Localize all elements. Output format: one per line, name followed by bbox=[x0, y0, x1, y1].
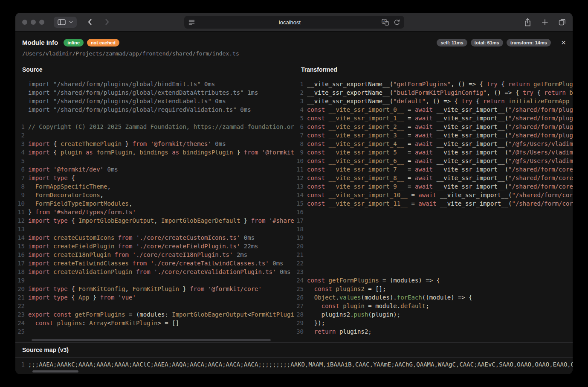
code-line: 22 bbox=[294, 259, 573, 268]
sourcemap-scrollbar-track bbox=[15, 369, 573, 374]
code-line: 14const __vite_ssr_import_10__ = await _… bbox=[294, 191, 573, 199]
code-line: 17 bbox=[294, 216, 573, 225]
code-line: 6import '@formkit/dev' 0ms bbox=[15, 165, 294, 174]
chevron-down-icon bbox=[69, 21, 73, 23]
code-line: 1// Copyright (C) 2012-2025 Zammad Found… bbox=[15, 122, 294, 131]
translate-icon[interactable]: A bbox=[382, 19, 389, 26]
tab-overview-icon bbox=[559, 18, 566, 26]
sourcemap-scrollbar-thumb[interactable] bbox=[32, 370, 78, 372]
source-horizontal-scrollbar[interactable] bbox=[32, 339, 271, 341]
code-line: 11const __vite_ssr_import_7__ = await __… bbox=[294, 165, 573, 174]
code-line: 20 bbox=[294, 242, 573, 250]
code-line: 28 plugins2.push(plugin); bbox=[294, 310, 573, 319]
share-button[interactable] bbox=[524, 18, 531, 26]
browser-window: localhost A bbox=[15, 13, 573, 374]
new-tab-button[interactable] bbox=[542, 19, 548, 26]
back-button[interactable] bbox=[88, 19, 92, 25]
code-line: 7import type { bbox=[15, 174, 294, 182]
code-line: 4import { plugin as formPlugin, bindings… bbox=[15, 148, 294, 157]
url-text[interactable]: localhost bbox=[206, 19, 374, 26]
code-line: 14import createCustomIcons from './core/… bbox=[15, 233, 294, 242]
plus-icon bbox=[542, 19, 548, 26]
source-code[interactable]: import "/shared/form/plugins/global/bind… bbox=[15, 77, 294, 342]
sourcemap-line: 1 ;;;AAEA;AAAkC;AAAA;AAAA;AAAA;AAClC;AAE… bbox=[15, 358, 573, 369]
chevron-left-icon bbox=[88, 19, 92, 25]
code-line: 23 bbox=[294, 268, 573, 276]
code-line: 9const __vite_ssr_import_5__ = await __v… bbox=[294, 148, 573, 157]
code-line: 25 bbox=[15, 327, 294, 336]
close-window-button[interactable] bbox=[22, 20, 27, 25]
module-info-header: Module Info inline not cached self: 11ms… bbox=[15, 32, 573, 47]
sidebar-toggle-button[interactable] bbox=[54, 17, 77, 28]
source-pane: Source import "/shared/form/plugins/glob… bbox=[15, 62, 294, 342]
code-line: 23export const getFormPlugins = (modules… bbox=[15, 310, 294, 319]
code-line: import "/shared/form/plugins/global/exte… bbox=[15, 97, 294, 105]
forward-button[interactable] bbox=[105, 19, 109, 25]
code-line: 27 const plugin = module.default; bbox=[294, 302, 573, 310]
timing-total: total: 61ms bbox=[471, 39, 503, 47]
code-line: 16import createI18nPlugin from './core/c… bbox=[15, 250, 294, 259]
timing-transform: transform: 14ms bbox=[507, 39, 551, 47]
code-line: 3import { createThemePlugin } from '@for… bbox=[15, 140, 294, 148]
code-line: 24const getFormPlugins = (modules) => { bbox=[294, 276, 573, 285]
status-badge-not-cached: not cached bbox=[87, 39, 119, 47]
code-line: 7const __vite_ssr_import_3__ = await __v… bbox=[294, 131, 573, 140]
code-line: 21import type { App } from 'vue' bbox=[15, 293, 294, 302]
code-line: 25 const plugins2 = []; bbox=[294, 285, 573, 293]
address-bar[interactable]: localhost A bbox=[184, 16, 404, 29]
minimize-window-button[interactable] bbox=[31, 20, 36, 25]
status-badge-inline: inline bbox=[64, 39, 84, 47]
code-line: 10const __vite_ssr_import_6__ = await __… bbox=[294, 157, 573, 165]
tab-overview-button[interactable] bbox=[559, 18, 566, 26]
sidebar-icon bbox=[58, 19, 66, 25]
timing-self: self: 11ms bbox=[437, 39, 467, 47]
code-line: 19 bbox=[294, 233, 573, 242]
sourcemap-section: Source map (v3) 1 ;;;AAEA;AAAkC;AAAA;AAA… bbox=[15, 342, 573, 374]
code-line bbox=[15, 114, 294, 122]
share-icon bbox=[524, 18, 531, 26]
zoom-window-button[interactable] bbox=[39, 20, 44, 25]
code-panes: Source import "/shared/form/plugins/glob… bbox=[15, 62, 573, 342]
code-line: 3__vite_ssr_exportName__("default", () =… bbox=[294, 97, 573, 105]
code-line: 5const __vite_ssr_import_1__ = await __v… bbox=[294, 114, 573, 122]
code-line: 17import createTailwindClasses from './c… bbox=[15, 259, 294, 268]
timing-pills: self: 11ms total: 61ms transform: 14ms bbox=[437, 39, 550, 47]
browser-toolbar: localhost A bbox=[15, 13, 573, 32]
transformed-pane: Transformed 1__vite_ssr_exportName__("ge… bbox=[294, 62, 573, 342]
transformed-pane-title: Transformed bbox=[294, 62, 573, 77]
toolbar-right-buttons bbox=[524, 18, 566, 26]
code-line: 8const __vite_ssr_import_4__ = await __v… bbox=[294, 140, 573, 148]
code-line: import "/shared/form/plugins/global/requ… bbox=[15, 105, 294, 114]
close-icon[interactable]: × bbox=[561, 38, 566, 47]
code-line: 12import type { ImportGlobEagerOutput, I… bbox=[15, 216, 294, 225]
module-info-panel: Module Info inline not cached self: 11ms… bbox=[15, 32, 573, 374]
code-line: 9 FormDecoratorIcons, bbox=[15, 191, 294, 199]
code-line: 4const __vite_ssr_import_0__ = await __v… bbox=[294, 105, 573, 114]
code-line: 20import type { FormKitConfig, FormKitPl… bbox=[15, 285, 294, 293]
code-line: import "/shared/form/plugins/global/bind… bbox=[15, 80, 294, 88]
code-line: 19 bbox=[15, 276, 294, 285]
code-line: 24 const plugins: Array<FormKitPlugin> =… bbox=[15, 319, 294, 327]
code-line: 13const __vite_ssr_import_9__ = await __… bbox=[294, 182, 573, 191]
chevron-right-icon bbox=[105, 19, 109, 25]
code-line: 29 }); bbox=[294, 319, 573, 327]
code-line: 15import createFieldPlugin from './core/… bbox=[15, 242, 294, 250]
code-line: 2 bbox=[15, 131, 294, 140]
code-line: 16 bbox=[294, 208, 573, 216]
code-line: 11} from '#shared/types/form.ts' bbox=[15, 208, 294, 216]
code-line: 21 bbox=[294, 250, 573, 259]
reader-icon[interactable] bbox=[188, 20, 195, 25]
code-line: 5 bbox=[15, 157, 294, 165]
code-line: 18 bbox=[294, 225, 573, 233]
nav-buttons bbox=[88, 19, 109, 25]
code-line: 8 FormAppSpecificTheme, bbox=[15, 182, 294, 191]
transformed-code[interactable]: 1__vite_ssr_exportName__("getFormPlugins… bbox=[294, 77, 573, 342]
reload-icon[interactable] bbox=[394, 19, 400, 26]
source-pane-title: Source bbox=[15, 62, 294, 77]
sourcemap-title: Source map (v3) bbox=[15, 343, 573, 358]
code-line: 6const __vite_ssr_import_2__ = await __v… bbox=[294, 122, 573, 131]
code-line: 1__vite_ssr_exportName__("getFormPlugins… bbox=[294, 80, 573, 88]
code-line: 18import createValidationPlugin from './… bbox=[15, 268, 294, 276]
window-controls bbox=[22, 20, 44, 25]
code-line: 13 bbox=[15, 225, 294, 233]
